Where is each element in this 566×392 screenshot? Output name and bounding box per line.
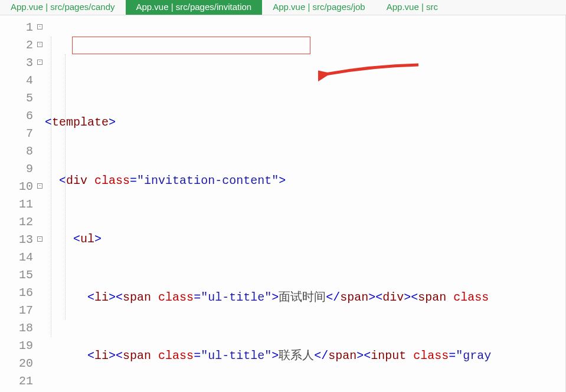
- arrow-annotation-icon: [318, 33, 424, 117]
- line-number: 1: [26, 21, 33, 34]
- line-number: 21: [19, 374, 33, 388]
- code-line: <div class="invitation-content">: [45, 172, 565, 190]
- code-line: <template>: [45, 114, 565, 131]
- indent-guide: [51, 37, 51, 337]
- indent-guide: [65, 54, 66, 319]
- line-number: 18: [19, 321, 33, 335]
- code-area[interactable]: <template> <div class="invitation-conten…: [37, 15, 565, 392]
- line-number: 16: [19, 286, 33, 299]
- line-number: 6: [26, 109, 33, 123]
- line-number: 3: [26, 56, 33, 70]
- tab-bar: App.vue | src/pages/candy App.vue | src/…: [0, 0, 566, 15]
- tab-candy[interactable]: App.vue | src/pages/candy: [0, 0, 126, 15]
- editor: 1- 2- 3- 4 5 6 7 8 9 10- 11 12 13- 14 15…: [0, 15, 566, 392]
- line-number: 14: [19, 251, 33, 264]
- line-number: 4: [26, 74, 33, 87]
- line-number: 12: [19, 215, 33, 229]
- line-number: 20: [19, 357, 33, 370]
- line-number: 9: [26, 162, 33, 176]
- line-number: 17: [19, 304, 33, 317]
- line-number: 8: [26, 144, 33, 158]
- tab-invitation[interactable]: App.vue | src/pages/invitation: [126, 0, 263, 15]
- code-line: <li><span class="ul-title">联系人</span><in…: [45, 347, 565, 365]
- line-number: 2: [26, 38, 33, 52]
- code-line: <ul>: [45, 230, 565, 248]
- line-number: 5: [26, 91, 33, 105]
- line-number: 13: [19, 233, 33, 246]
- line-number: 7: [26, 127, 33, 140]
- tab-more[interactable]: App.vue | src: [376, 0, 449, 15]
- highlight-box: [72, 37, 310, 54]
- line-gutter: 1- 2- 3- 4 5 6 7 8 9 10- 11 12 13- 14 15…: [0, 15, 37, 392]
- tab-job[interactable]: App.vue | src/pages/job: [262, 0, 376, 15]
- line-number: 11: [19, 197, 33, 211]
- code-line: <li><span class="ul-title">面试时间</span><d…: [45, 289, 565, 307]
- line-number: 10: [19, 180, 33, 193]
- line-number: 19: [19, 339, 33, 353]
- line-number: 15: [19, 268, 33, 282]
